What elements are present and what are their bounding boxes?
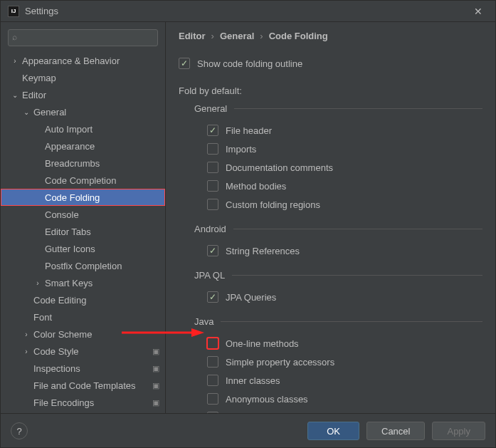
checkbox-custom-regions[interactable]: [207, 199, 218, 210]
breadcrumb-part: General: [220, 31, 254, 41]
breadcrumb-part: Editor: [179, 31, 206, 41]
scope-icon: ▣: [152, 381, 159, 390]
tree-item-color-scheme[interactable]: ›Color Scheme: [1, 325, 165, 343]
label: Custom folding regions: [226, 199, 320, 210]
tree-label: Breadcrumbs: [45, 158, 100, 169]
checkbox-show-outline[interactable]: [179, 58, 190, 69]
search-icon: ⌕: [12, 32, 17, 42]
tree-item-console[interactable]: •Console: [1, 206, 165, 223]
tree-item-auto-import[interactable]: •Auto Import: [1, 120, 165, 137]
search-input[interactable]: [8, 29, 158, 46]
tree-label: Code Editing: [33, 295, 86, 306]
checkbox-method-bodies[interactable]: [207, 180, 218, 192]
tree-item-gutter-icons[interactable]: •Gutter Icons: [1, 240, 165, 257]
label: Annotations: [226, 412, 275, 414]
label: Inner classes: [226, 375, 280, 386]
tree-item-code-folding[interactable]: •Code Folding: [1, 189, 165, 206]
sidebar: ⌕ ›Appearance & Behavior •Keymap ⌄Editor…: [1, 22, 166, 413]
tree-item-keymap[interactable]: •Keymap: [1, 69, 165, 86]
tree-item-font[interactable]: •Font: [1, 308, 165, 325]
breadcrumb: Editor › General › Code Folding: [179, 31, 482, 41]
tree-item-appearance[interactable]: •Appearance: [1, 137, 165, 155]
tree-label: Code Style: [33, 346, 79, 357]
scope-icon: ▣: [152, 398, 159, 407]
label: Show code folding outline: [197, 58, 302, 69]
checkbox-one-line-methods[interactable]: [207, 338, 218, 349]
tree-label: Editor Tabs: [45, 226, 91, 237]
tree-item-file-code-templates[interactable]: •File and Code Templates▣: [1, 377, 165, 394]
breadcrumb-part: Code Folding: [269, 31, 328, 41]
label: One-line methods: [226, 338, 299, 349]
window-title: Settings: [25, 6, 468, 16]
group-title: JPA QL: [194, 270, 225, 281]
tree-label: Color Scheme: [33, 329, 92, 340]
scope-icon: ▣: [152, 364, 159, 373]
ok-button[interactable]: OK: [307, 422, 359, 440]
tree-label: Code Folding: [45, 192, 100, 203]
checkbox-annotations[interactable]: [207, 412, 218, 413]
chevron-right-icon: ›: [211, 31, 214, 41]
tree-label: Appearance: [45, 141, 95, 152]
checkbox-inner-classes[interactable]: [207, 375, 218, 386]
group-jpaql: JPA QL JPA Queries: [194, 270, 482, 306]
tree-label: Appearance & Behavior: [22, 56, 120, 66]
tree-item-file-encodings[interactable]: •File Encodings▣: [1, 394, 165, 411]
scope-icon: ▣: [152, 347, 159, 356]
group-android: Android String References: [194, 224, 482, 260]
label: File header: [226, 125, 272, 136]
tree-label: General: [33, 107, 66, 118]
group-java: Java One-line methods Simple property ac…: [194, 316, 482, 413]
tree-item-editor[interactable]: ⌄Editor: [1, 86, 165, 103]
tree-label: Keymap: [22, 73, 56, 83]
checkbox-jpa-queries[interactable]: [207, 291, 218, 303]
close-icon[interactable]: ✕: [468, 3, 488, 20]
titlebar: IJ Settings ✕: [1, 1, 495, 22]
group-title: General: [194, 103, 227, 114]
tree-item-appearance-behavior[interactable]: ›Appearance & Behavior: [1, 52, 165, 69]
tree-label: Inspections: [33, 363, 80, 374]
tree-item-breadcrumbs[interactable]: •Breadcrumbs: [1, 155, 165, 172]
help-button[interactable]: ?: [11, 422, 28, 439]
checkbox-file-header[interactable]: [207, 125, 218, 136]
tree-item-general[interactable]: ⌄General: [1, 103, 165, 120]
tree-label: Font: [33, 312, 52, 323]
tree-label: Editor: [22, 90, 46, 100]
tree-item-code-editing[interactable]: •Code Editing: [1, 291, 165, 308]
checkbox-simple-prop[interactable]: [207, 356, 218, 368]
label: Anonymous classes: [226, 394, 308, 405]
label: Documentation comments: [226, 162, 333, 173]
main: ⌕ ›Appearance & Behavior •Keymap ⌄Editor…: [1, 22, 495, 413]
apply-button[interactable]: Apply: [432, 422, 485, 440]
tree-label: Postfix Completion: [45, 261, 122, 271]
tree-item-inspections[interactable]: •Inspections▣: [1, 360, 165, 377]
content-pane: Editor › General › Code Folding Show cod…: [166, 22, 495, 413]
cancel-button[interactable]: Cancel: [366, 422, 425, 440]
tree-label: Gutter Icons: [45, 244, 95, 254]
tree-item-smart-keys[interactable]: ›Smart Keys: [1, 274, 165, 291]
fold-by-default-label: Fold by default:: [179, 85, 482, 96]
tree-item-code-completion[interactable]: •Code Completion: [1, 172, 165, 189]
checkbox-imports[interactable]: [207, 143, 218, 155]
checkbox-string-refs[interactable]: [207, 245, 218, 256]
tree-label: File Encodings: [33, 397, 94, 408]
tree-item-postfix-completion[interactable]: •Postfix Completion: [1, 257, 165, 274]
tree-item-code-style[interactable]: ›Code Style▣: [1, 343, 165, 360]
label: String References: [226, 246, 300, 256]
label: Imports: [226, 144, 256, 155]
label: Simple property accessors: [226, 357, 334, 368]
settings-tree: ›Appearance & Behavior •Keymap ⌄Editor ⌄…: [1, 52, 165, 413]
label: Method bodies: [226, 181, 286, 192]
tree-label: File and Code Templates: [33, 380, 136, 391]
tree-item-editor-tabs[interactable]: •Editor Tabs: [1, 223, 165, 240]
row-show-outline: Show code folding outline: [179, 54, 482, 73]
group-title: Android: [194, 224, 226, 234]
bottom-bar: ? OK Cancel Apply: [1, 413, 495, 448]
tree-label: Auto Import: [45, 124, 93, 135]
chevron-right-icon: ›: [260, 31, 263, 41]
app-icon: IJ: [8, 6, 19, 17]
checkbox-doc-comments[interactable]: [207, 162, 218, 173]
checkbox-anon-classes[interactable]: [207, 393, 218, 405]
tree-label: Console: [45, 209, 79, 220]
tree-label: Code Completion: [45, 175, 116, 186]
label: JPA Queries: [226, 292, 276, 303]
